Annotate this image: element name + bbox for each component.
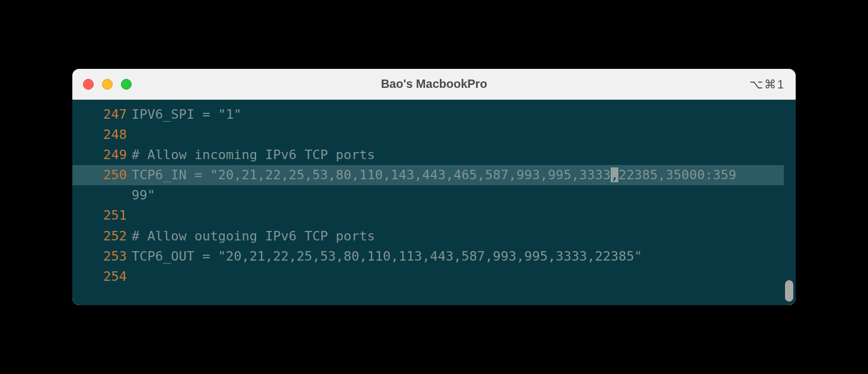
titlebar[interactable]: Bao's MacbookPro ⌥⌘1 — [72, 69, 796, 100]
code-text — [132, 267, 784, 287]
line-number: 249 — [72, 145, 132, 165]
code-text: TCP6_IN = "20,21,22,25,53,80,110,143,443… — [132, 165, 784, 185]
window-title: Bao's MacbookPro — [72, 77, 796, 91]
code-line-wrap: 99" — [72, 185, 784, 205]
line-number: 247 — [72, 104, 132, 125]
code-line: 254 — [72, 267, 784, 287]
code-line: 251 — [72, 205, 784, 226]
code-line: 252 # Allow outgoing IPv6 TCP ports — [72, 226, 784, 246]
line-number: 252 — [72, 226, 132, 246]
code-text: # Allow outgoing IPv6 TCP ports — [132, 226, 784, 246]
code-text — [132, 205, 784, 226]
code-line: 253 TCP6_OUT = "20,21,22,25,53,80,110,11… — [72, 246, 784, 267]
code-line: 247 IPV6_SPI = "1" — [72, 104, 784, 125]
code-segment: TCP6_IN = "20,21,22,25,53,80,110,143,443… — [132, 167, 611, 182]
code-line: 249 # Allow incoming IPv6 TCP ports — [72, 145, 784, 165]
scrollbar-thumb[interactable] — [785, 280, 793, 302]
code-text: TCP6_OUT = "20,21,22,25,53,80,110,113,44… — [132, 246, 784, 267]
terminal-window: Bao's MacbookPro ⌥⌘1 247 IPV6_SPI = "1" … — [72, 69, 796, 305]
code-text: IPV6_SPI = "1" — [132, 104, 784, 125]
traffic-lights — [72, 79, 132, 90]
terminal-body[interactable]: 247 IPV6_SPI = "1" 248 249 # Allow incom… — [72, 100, 796, 305]
code-text: 99" — [132, 185, 784, 205]
minimize-button[interactable] — [102, 79, 113, 90]
cursor: , — [611, 167, 618, 182]
line-number: 253 — [72, 246, 132, 267]
line-number — [72, 185, 132, 205]
code-line: 248 — [72, 125, 784, 145]
code-text — [132, 125, 784, 145]
line-number: 250 — [72, 165, 132, 185]
code-content[interactable]: 247 IPV6_SPI = "1" 248 249 # Allow incom… — [72, 104, 796, 287]
line-number: 254 — [72, 267, 132, 287]
code-text: # Allow incoming IPv6 TCP ports — [132, 145, 784, 165]
close-button[interactable] — [83, 79, 94, 90]
code-line-highlighted: 250 TCP6_IN = "20,21,22,25,53,80,110,143… — [72, 165, 784, 185]
line-number: 248 — [72, 125, 132, 145]
line-number: 251 — [72, 205, 132, 226]
keyboard-shortcut: ⌥⌘1 — [749, 77, 785, 91]
maximize-button[interactable] — [121, 79, 132, 90]
code-segment: 22385,35000:359 — [618, 167, 736, 182]
